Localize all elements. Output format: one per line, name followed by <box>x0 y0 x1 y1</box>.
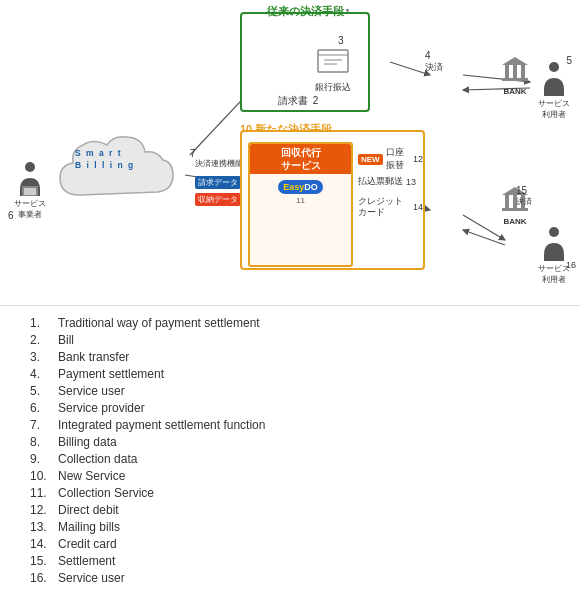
service-provider-person: サービス事業者 <box>14 160 46 220</box>
svg-point-18 <box>549 62 559 72</box>
label-11: 11 <box>250 196 351 205</box>
list-item-text: Service user <box>58 571 125 585</box>
list-item-text: Collection data <box>58 452 137 466</box>
svg-rect-14 <box>505 65 509 78</box>
list-item: 13.Mailing bills <box>30 520 550 534</box>
list-item-num: 10. <box>30 469 58 483</box>
list-item-num: 2. <box>30 333 58 347</box>
list-item: 7.Integrated payment settlement function <box>30 418 550 432</box>
service-user-right-bottom: サービス利用者 <box>538 225 570 285</box>
list-item: 1.Traditional way of payment settlement <box>30 316 550 330</box>
service-user-right-top: サービス利用者 <box>538 60 570 120</box>
easy-do-badge: EasyDO <box>250 178 351 196</box>
list-item: 3.Bank transfer <box>30 350 550 364</box>
mailing-bills-row: 払込票郵送 13 <box>358 175 423 188</box>
collection-service-title: 回収代行 サービス <box>250 144 351 174</box>
list-item-num: 6. <box>30 401 58 415</box>
list-item-text: Service user <box>58 384 125 398</box>
list-item-num: 13. <box>30 520 58 534</box>
svg-rect-17 <box>502 78 528 81</box>
list-item: 11.Collection Service <box>30 486 550 500</box>
svg-line-3 <box>390 62 430 75</box>
list-item-num: 11. <box>30 486 58 500</box>
list-item-num: 5. <box>30 384 58 398</box>
direct-debit-row: NEW 口座振替 12 <box>358 146 423 172</box>
svg-rect-23 <box>505 195 509 208</box>
label-6: 6 <box>8 210 14 221</box>
svg-rect-26 <box>502 208 528 211</box>
list-item-num: 7. <box>30 418 58 432</box>
list-item-num: 12. <box>30 503 58 517</box>
bank-transfer-label: 銀行振込 <box>315 81 351 94</box>
list-item: 16.Service user <box>30 571 550 585</box>
list-item-text: Payment settlement <box>58 367 164 381</box>
list-item-num: 4. <box>30 367 58 381</box>
list-item-text: Service provider <box>58 401 145 415</box>
label-16: 16 <box>566 260 576 270</box>
list-item-num: 8. <box>30 435 58 449</box>
list-item: 5.Service user <box>30 384 550 398</box>
label-4: 4 決済 <box>425 50 443 74</box>
list-item: 12.Direct debit <box>30 503 550 517</box>
svg-rect-16 <box>521 65 525 78</box>
label-15: 15 決済 <box>516 185 532 207</box>
svg-rect-15 <box>513 65 517 78</box>
list-item: 14.Credit card <box>30 537 550 551</box>
list-item: 15.Settlement <box>30 554 550 568</box>
list-item-num: 9. <box>30 452 58 466</box>
credit-card-row: クレジット カード 14 <box>358 196 423 218</box>
bank-label-bottom: BANK <box>500 217 530 226</box>
list-item-text: Mailing bills <box>58 520 120 534</box>
list-item: 4.Payment settlement <box>30 367 550 381</box>
list-item-text: Traditional way of payment settlement <box>58 316 260 330</box>
bank-label-top: BANK <box>500 87 530 96</box>
svg-point-19 <box>25 162 35 172</box>
payment-func-label: 決済連携機能 <box>195 158 243 169</box>
service-provider-label: サービス事業者 <box>14 198 46 220</box>
label-2: 請求書 2 <box>278 94 318 108</box>
svg-rect-9 <box>318 50 348 72</box>
list-item-text: Billing data <box>58 435 117 449</box>
svg-line-8 <box>463 230 505 245</box>
bank-transfer-icon: 銀行振込 <box>315 42 351 94</box>
svg-point-27 <box>549 227 559 237</box>
service-user-label-top: サービス利用者 <box>538 98 570 120</box>
svg-line-7 <box>463 215 505 240</box>
list-item: 10.New Service <box>30 469 550 483</box>
list-item-text: Credit card <box>58 537 117 551</box>
diagram-area: 1 従来の決済手段 3 銀行振込 請求書 2 4 決済 BANK <box>0 0 580 300</box>
list-item-text: Direct debit <box>58 503 119 517</box>
smart-billing-cloud: S m a r t B i l l i n g <box>55 130 190 210</box>
list-item-text: Bank transfer <box>58 350 129 364</box>
list-item-text: Bill <box>58 333 74 347</box>
list-item-num: 3. <box>30 350 58 364</box>
list-section: 1.Traditional way of payment settlement2… <box>0 305 580 598</box>
list-item: 8.Billing data <box>30 435 550 449</box>
list-item-num: 14. <box>30 537 58 551</box>
list-item-num: 1. <box>30 316 58 330</box>
trad-payment-label: 従来の決済手段 <box>240 4 370 19</box>
list-item: 2.Bill <box>30 333 550 347</box>
payment-options: NEW 口座振替 12 払込票郵送 13 クレジット カード 14 <box>358 142 423 218</box>
list-item-text: Collection Service <box>58 486 154 500</box>
list-item-text: Integrated payment settlement function <box>58 418 265 432</box>
collection-service-box: 回収代行 サービス EasyDO 11 <box>248 142 353 267</box>
smart-billing-text: S m a r t B i l l i n g <box>75 148 135 172</box>
list-item-text: Settlement <box>58 554 115 568</box>
list-item-num: 15. <box>30 554 58 568</box>
list-item-num: 16. <box>30 571 58 585</box>
list-item: 6.Service provider <box>30 401 550 415</box>
list-item-text: New Service <box>58 469 125 483</box>
svg-rect-21 <box>24 188 36 195</box>
bank-right-top: BANK <box>500 55 530 96</box>
list-item: 9.Collection data <box>30 452 550 466</box>
svg-marker-13 <box>502 57 528 65</box>
